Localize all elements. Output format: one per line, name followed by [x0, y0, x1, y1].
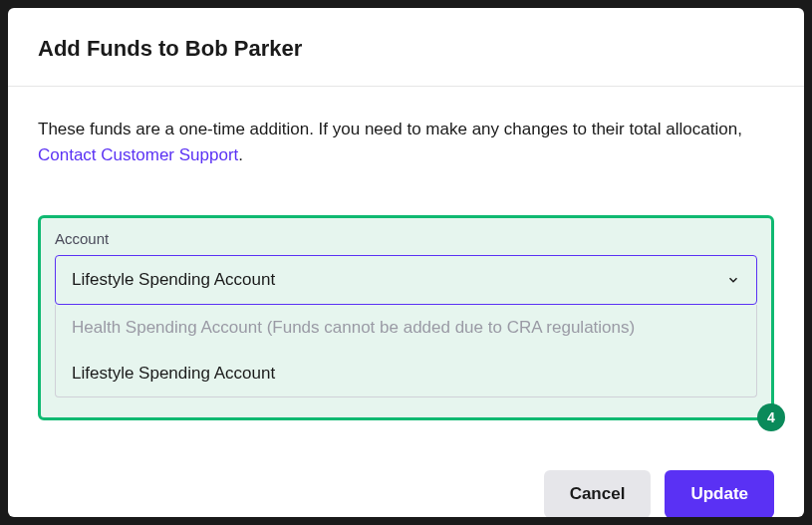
modal-header: Add Funds to Bob Parker	[8, 8, 804, 87]
update-button[interactable]: Update	[665, 470, 774, 517]
modal-footer: Cancel Update	[8, 450, 804, 517]
step-badge: 4	[757, 403, 785, 431]
chevron-down-icon	[726, 273, 740, 287]
add-funds-modal: Add Funds to Bob Parker These funds are …	[8, 8, 804, 517]
account-label: Account	[55, 230, 757, 247]
info-text: These funds are a one-time addition. If …	[38, 117, 774, 169]
info-text-part2: .	[238, 145, 243, 164]
account-option-lifestyle[interactable]: Lifestyle Spending Account	[56, 351, 756, 396]
modal-body: These funds are a one-time addition. If …	[8, 87, 804, 450]
cancel-button[interactable]: Cancel	[544, 470, 652, 517]
account-dropdown[interactable]: Lifestyle Spending Account	[55, 255, 757, 305]
account-option-health: Health Spending Account (Funds cannot be…	[56, 305, 756, 351]
account-highlight-box: Account Lifestyle Spending Account Healt…	[38, 215, 774, 420]
contact-support-link[interactable]: Contact Customer Support	[38, 145, 238, 164]
info-text-part1: These funds are a one-time addition. If …	[38, 120, 742, 138]
account-dropdown-list: Health Spending Account (Funds cannot be…	[55, 305, 757, 397]
modal-title: Add Funds to Bob Parker	[38, 36, 774, 62]
account-selected-value: Lifestyle Spending Account	[72, 270, 275, 290]
